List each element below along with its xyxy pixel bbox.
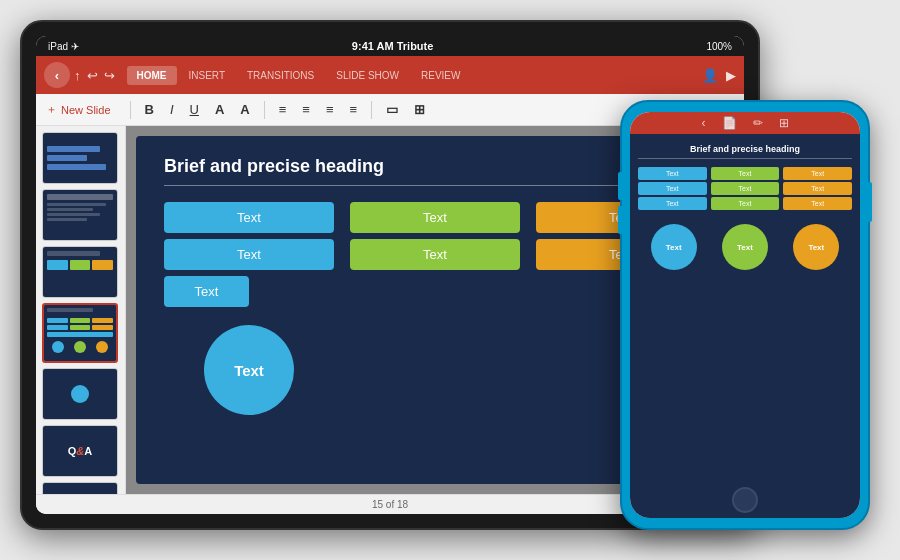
phone-side-button[interactable] <box>868 182 872 222</box>
font-color-button[interactable]: A <box>210 100 229 119</box>
tab-transitions[interactable]: TRANSITIONS <box>237 66 324 85</box>
box-green-2[interactable]: Text <box>350 239 520 270</box>
phone-box-yellow-2[interactable]: Text <box>783 182 852 195</box>
toolbar-right-icons: 👤 ▶ <box>702 68 736 83</box>
format-divider-1 <box>130 101 131 119</box>
align-right-button[interactable]: ≡ <box>321 100 339 119</box>
account-icon[interactable]: 👤 <box>702 68 718 83</box>
phone-col-yellow: Text Text Text <box>783 167 852 210</box>
phone-home-button[interactable] <box>732 487 758 513</box>
phone-circle-green[interactable]: Text <box>722 224 768 270</box>
scene: iPad ✈ 9:41 AM Tribute 100% ‹ ↑ ↩ ↪ HOME… <box>20 20 880 540</box>
box-blue-3[interactable]: Text <box>164 276 249 307</box>
slide-thumb-container-15: 15 <box>42 303 119 363</box>
tablet-status-bar: iPad ✈ 9:41 AM Tribute 100% <box>36 36 744 56</box>
phone-col-blue: Text Text Text <box>638 167 707 210</box>
phone-circles: Text Text Text <box>638 224 852 270</box>
align-center-button[interactable]: ≡ <box>297 100 315 119</box>
new-slide-label: New Slide <box>61 104 111 116</box>
phone-circle-blue[interactable]: Text <box>651 224 697 270</box>
toolbar-tabs: HOME INSERT TRANSITIONS SLIDE SHOW REVIE… <box>127 66 471 85</box>
toolbar: ‹ ↑ ↩ ↪ HOME INSERT TRANSITIONS SLIDE SH… <box>36 56 744 94</box>
box-blue-2[interactable]: Text <box>164 239 334 270</box>
new-slide-icon: ＋ <box>46 102 57 117</box>
back-button[interactable]: ‹ <box>44 62 70 88</box>
slide-thumb-14[interactable] <box>42 246 118 298</box>
phone-box-yellow-1[interactable]: Text <box>783 167 852 180</box>
format-divider-2 <box>264 101 265 119</box>
phone-box-green-3[interactable]: Text <box>711 197 780 210</box>
phone-box-green-2[interactable]: Text <box>711 182 780 195</box>
present-icon[interactable]: ▶ <box>726 68 736 83</box>
slide-thumb-container-16: 16 <box>42 368 119 420</box>
column-green: Text Text <box>350 202 520 464</box>
slide-thumb-container-18: 18 Thank you. <box>42 482 119 494</box>
big-circle[interactable]: Text <box>204 325 294 415</box>
format-divider-3 <box>371 101 372 119</box>
phone-screen: ‹ 📄 ✏ ⊞ Brief and precise heading Text T… <box>630 112 860 518</box>
slide-thumb-12[interactable] <box>42 132 118 184</box>
phone-box-blue-1[interactable]: Text <box>638 167 707 180</box>
phone-status-bar: ‹ 📄 ✏ ⊞ <box>630 112 860 134</box>
undo-icon[interactable]: ↩ <box>87 68 98 83</box>
slide-thumb-container-12: 12 <box>42 132 119 184</box>
slide-thumb-13[interactable] <box>42 189 118 241</box>
box-blue-1[interactable]: Text <box>164 202 334 233</box>
phone-edit-icon[interactable]: ✏ <box>753 116 763 130</box>
bullets-button[interactable]: ≡ <box>345 100 363 119</box>
toolbar-icons: ↑ ↩ ↪ <box>74 68 115 83</box>
column-blue: Text Text Text Text <box>164 202 334 464</box>
redo-icon[interactable]: ↪ <box>104 68 115 83</box>
phone-grid-icon[interactable]: ⊞ <box>779 116 789 130</box>
status-right: 100% <box>706 41 732 52</box>
share-icon[interactable]: ↑ <box>74 68 81 83</box>
slide-thumb-container-14: 14 <box>42 246 119 298</box>
phone-home-area <box>630 482 860 518</box>
phone-volume-down[interactable] <box>618 206 622 234</box>
italic-button[interactable]: I <box>165 100 179 119</box>
battery-label: 100% <box>706 41 732 52</box>
phone-heading: Brief and precise heading <box>638 144 852 159</box>
phone-device: ‹ 📄 ✏ ⊞ Brief and precise heading Text T… <box>620 100 870 530</box>
phone-box-blue-3[interactable]: Text <box>638 197 707 210</box>
bold-button[interactable]: B <box>140 100 159 119</box>
tab-insert[interactable]: INSERT <box>179 66 236 85</box>
theme-button[interactable]: ⊞ <box>409 100 430 119</box>
phone-volume-up[interactable] <box>618 172 622 200</box>
text-box-button[interactable]: ▭ <box>381 100 403 119</box>
status-left: iPad ✈ <box>48 41 79 52</box>
underline-button[interactable]: U <box>185 100 204 119</box>
status-center: 9:41 AM Tribute <box>352 40 434 52</box>
slide-thumb-container-17: 17 Q&A <box>42 425 119 477</box>
phone-doc-icon[interactable]: 📄 <box>722 116 737 130</box>
align-left-button[interactable]: ≡ <box>274 100 292 119</box>
circle-container: Text <box>164 325 334 415</box>
slide-thumb-17[interactable]: Q&A <box>42 425 118 477</box>
tab-slideshow[interactable]: SLIDE SHOW <box>326 66 409 85</box>
slide-thumb-18[interactable]: Thank you. <box>42 482 118 494</box>
phone-content: Brief and precise heading Text Text Text… <box>630 134 860 482</box>
phone-back-icon[interactable]: ‹ <box>702 116 706 130</box>
font-size-button[interactable]: A <box>235 100 254 119</box>
box-green-1[interactable]: Text <box>350 202 520 233</box>
tab-home[interactable]: HOME <box>127 66 177 85</box>
slide-thumb-container-13: 13 <box>42 189 119 241</box>
slide-thumb-15[interactable] <box>42 303 118 363</box>
tab-review[interactable]: REVIEW <box>411 66 470 85</box>
slide-thumb-16[interactable] <box>42 368 118 420</box>
phone-box-yellow-3[interactable]: Text <box>783 197 852 210</box>
phone-box-blue-2[interactable]: Text <box>638 182 707 195</box>
new-slide-button[interactable]: ＋ New Slide <box>46 102 111 117</box>
phone-diagram: Text Text Text Text Text Text Text Text … <box>638 167 852 210</box>
phone-box-green-1[interactable]: Text <box>711 167 780 180</box>
phone-col-green: Text Text Text <box>711 167 780 210</box>
qa-text: Q&A <box>68 445 92 457</box>
phone-circle-yellow[interactable]: Text <box>793 224 839 270</box>
ipad-label: iPad ✈ <box>48 41 79 52</box>
slide-panel: 12 13 <box>36 126 126 494</box>
